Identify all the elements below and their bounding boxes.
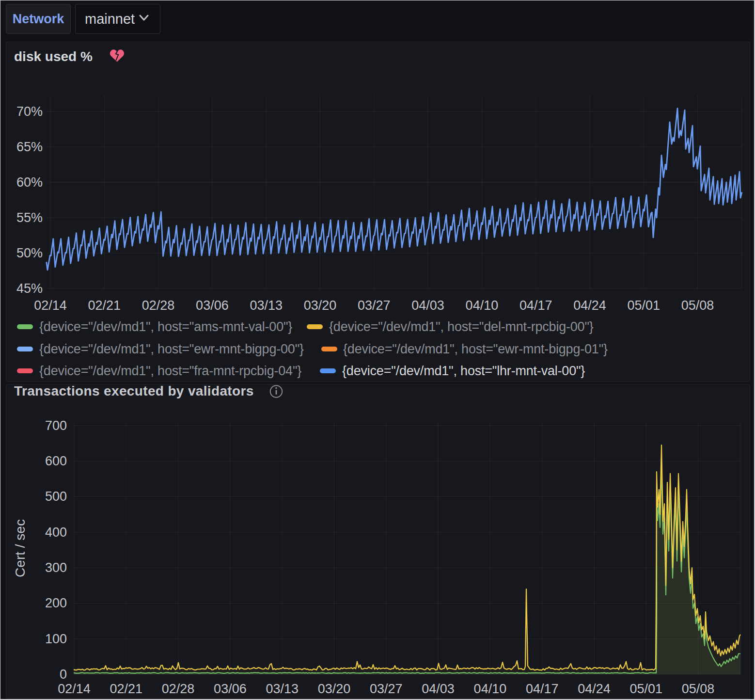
svg-text:03/20: 03/20 [304, 298, 337, 313]
svg-text:04/03: 04/03 [411, 298, 444, 313]
svg-text:03/06: 03/06 [214, 682, 247, 696]
svg-text:04/17: 04/17 [519, 298, 552, 313]
svg-text:65%: 65% [16, 140, 43, 154]
svg-text:04/24: 04/24 [578, 682, 611, 696]
svg-text:02/21: 02/21 [110, 682, 143, 696]
svg-text:04/10: 04/10 [466, 298, 499, 313]
svg-text:05/01: 05/01 [628, 298, 661, 313]
svg-text:04/10: 04/10 [474, 682, 507, 696]
svg-text:600: 600 [45, 454, 67, 468]
svg-text:03/27: 03/27 [358, 298, 391, 313]
svg-text:03/13: 03/13 [266, 682, 299, 696]
svg-text:100: 100 [45, 632, 67, 646]
svg-text:500: 500 [45, 489, 67, 504]
svg-text:45%: 45% [16, 281, 43, 296]
svg-text:02/28: 02/28 [162, 682, 195, 696]
svg-text:04/24: 04/24 [573, 298, 606, 313]
svg-text:04/03: 04/03 [422, 682, 455, 696]
svg-text:700: 700 [45, 418, 67, 433]
svg-text:400: 400 [45, 525, 67, 540]
svg-text:02/14: 02/14 [34, 298, 67, 313]
svg-text:0: 0 [60, 667, 67, 682]
svg-text:50%: 50% [16, 246, 43, 260]
svg-text:300: 300 [45, 560, 67, 575]
svg-text:03/06: 03/06 [196, 298, 229, 313]
svg-text:02/28: 02/28 [142, 298, 175, 313]
svg-text:70%: 70% [16, 104, 43, 119]
svg-text:05/08: 05/08 [681, 298, 714, 313]
svg-text:02/14: 02/14 [58, 682, 91, 696]
svg-text:04/17: 04/17 [526, 682, 559, 696]
svg-text:200: 200 [45, 596, 67, 610]
svg-text:55%: 55% [16, 210, 43, 225]
svg-text:03/20: 03/20 [318, 682, 351, 696]
svg-text:02/21: 02/21 [88, 298, 121, 313]
svg-text:Cert / sec: Cert / sec [13, 519, 28, 577]
svg-text:60%: 60% [16, 175, 43, 190]
svg-text:03/13: 03/13 [250, 298, 283, 313]
svg-text:05/08: 05/08 [682, 682, 715, 696]
svg-text:05/01: 05/01 [630, 682, 663, 696]
svg-text:03/27: 03/27 [370, 682, 403, 696]
